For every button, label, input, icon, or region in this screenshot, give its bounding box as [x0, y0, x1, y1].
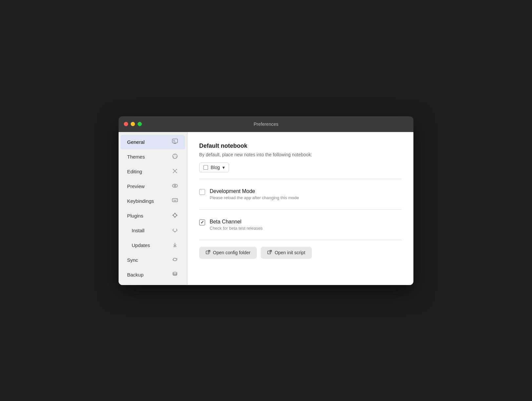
- open-init-label: Open init script: [275, 250, 305, 255]
- sidebar-item-keybindings[interactable]: Keybindings: [121, 194, 185, 208]
- beta-channel-label: Beta Channel: [210, 219, 263, 225]
- sync-icon: [171, 256, 179, 264]
- svg-point-20: [173, 272, 177, 274]
- sidebar-item-general[interactable]: General: [121, 135, 185, 149]
- development-mode-checkbox[interactable]: [199, 189, 205, 195]
- svg-rect-0: [172, 139, 178, 143]
- development-mode-label: Development Mode: [210, 188, 299, 194]
- editing-icon: [171, 168, 179, 176]
- development-mode-sublabel: Please reload the app after changing thi…: [210, 195, 299, 200]
- sidebar-item-updates[interactable]: Updates: [121, 238, 185, 253]
- open-config-button[interactable]: Open config folder: [199, 247, 257, 259]
- preview-icon: [171, 182, 179, 190]
- default-notebook-desc: By default, place new notes into the fol…: [199, 152, 402, 157]
- install-icon: [171, 227, 179, 235]
- beta-channel-text: Beta Channel Check for beta test release…: [210, 219, 263, 231]
- open-init-button[interactable]: Open init script: [261, 247, 312, 259]
- divider-2: [199, 209, 402, 210]
- notebook-dropdown[interactable]: Blog ▾: [199, 162, 229, 172]
- titlebar: Preferences: [119, 116, 413, 132]
- development-mode-text: Development Mode Please reload the app a…: [210, 188, 299, 200]
- general-icon: [171, 138, 179, 146]
- svg-rect-13: [172, 199, 178, 202]
- open-config-label: Open config folder: [213, 250, 250, 255]
- sidebar-item-plugins[interactable]: Plugins: [121, 209, 185, 223]
- maximize-button[interactable]: [138, 122, 142, 126]
- sidebar: General Themes: [119, 132, 187, 285]
- preferences-window: Preferences General Themes: [119, 116, 413, 285]
- default-notebook-section: Default notebook By default, place new n…: [199, 143, 402, 172]
- svg-point-12: [174, 185, 176, 186]
- updates-icon: [171, 241, 179, 249]
- dropdown-arrow: ▾: [222, 165, 225, 170]
- external-link-icon-2: [267, 250, 272, 256]
- development-mode-row: Development Mode Please reload the app a…: [199, 186, 402, 203]
- window-controls: [124, 122, 142, 126]
- beta-channel-sublabel: Check for beta test releases: [210, 226, 263, 231]
- backup-icon: [171, 271, 179, 279]
- plugins-icon: [171, 212, 179, 220]
- svg-point-7: [176, 156, 176, 157]
- beta-channel-row: Beta Channel Check for beta test release…: [199, 216, 402, 233]
- sidebar-item-themes[interactable]: Themes: [121, 150, 185, 164]
- minimize-button[interactable]: [131, 122, 135, 126]
- action-buttons: Open config folder Open init script: [199, 247, 402, 259]
- svg-point-11: [172, 184, 178, 187]
- sidebar-item-install[interactable]: Install: [121, 223, 185, 238]
- main-content: Default notebook By default, place new n…: [187, 132, 413, 285]
- external-link-icon-1: [206, 250, 210, 256]
- svg-point-6: [175, 154, 175, 155]
- keybindings-icon: [171, 197, 179, 205]
- close-button[interactable]: [124, 122, 128, 126]
- divider-3: [199, 240, 402, 240]
- sidebar-item-sync[interactable]: Sync: [121, 253, 185, 267]
- sidebar-item-backup[interactable]: Backup: [121, 268, 185, 282]
- svg-point-8: [173, 156, 174, 157]
- sidebar-item-editing[interactable]: Editing: [121, 164, 185, 179]
- beta-channel-checkbox[interactable]: [199, 220, 205, 225]
- divider-1: [199, 179, 402, 179]
- sidebar-item-preview[interactable]: Preview: [121, 179, 185, 194]
- default-notebook-title: Default notebook: [199, 143, 402, 149]
- themes-icon: [171, 153, 179, 161]
- notebook-label: Blog: [211, 165, 220, 170]
- window-body: General Themes: [119, 132, 413, 285]
- notebook-icon: [203, 165, 208, 170]
- window-title: Preferences: [254, 122, 278, 127]
